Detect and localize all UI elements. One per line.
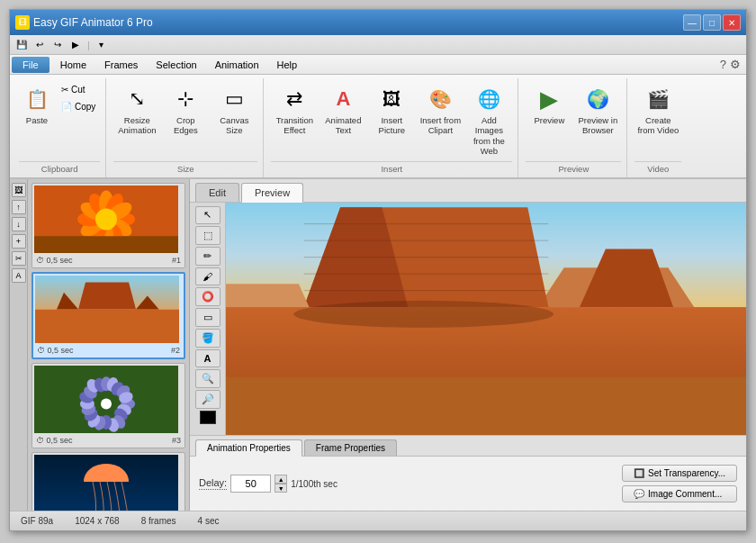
delay-up[interactable]: ▲ xyxy=(274,475,287,484)
tab-preview[interactable]: Preview xyxy=(241,183,303,203)
edit-tabs: Edit Preview xyxy=(190,179,746,203)
right-panel: Edit Preview ↖ ⬚ ✏ 🖌 ⭕ ▭ 🪣 A 🔍 🔎 xyxy=(190,179,746,511)
frame-info-3: ⏱ 0,5 sec #3 xyxy=(34,435,183,446)
title-controls: — □ ✕ xyxy=(683,14,741,31)
frame-tool-1[interactable]: 🖼 xyxy=(12,183,26,197)
frame-tool-4[interactable]: + xyxy=(12,234,26,249)
preview-browser-label: Preview in Browser xyxy=(577,115,618,136)
frame-canvas-4 xyxy=(34,455,178,511)
qa-undo-button[interactable]: ↩ xyxy=(32,37,48,53)
frame-tool-5[interactable]: ✂ xyxy=(12,251,26,266)
resize-button[interactable]: ⤡ Resize Animation xyxy=(113,80,160,139)
frame-canvas-1 xyxy=(34,186,178,253)
animated-text-button[interactable]: A Animated Text xyxy=(320,80,366,139)
image-comment-button[interactable]: 💬 Image Comment... xyxy=(622,485,737,502)
preview-buttons: ▶ Preview 🌍 Preview in Browser xyxy=(526,78,621,159)
copy-button[interactable]: 📄 Copy xyxy=(57,99,100,114)
tool-text[interactable]: A xyxy=(195,349,220,368)
paste-button[interactable]: 📋 Paste xyxy=(19,80,55,136)
close-button[interactable]: ✕ xyxy=(723,14,741,31)
insert-picture-icon: 🖼 xyxy=(377,85,406,113)
preview-browser-button[interactable]: 🌍 Preview in Browser xyxy=(574,80,621,139)
frame-number-3: #3 xyxy=(172,436,181,445)
insert-picture-button[interactable]: 🖼 Insert Picture xyxy=(368,80,415,139)
ribbon: 📋 Paste ✂ Cut 📄 Copy Clipboard xyxy=(10,75,746,179)
frame-item-4[interactable]: ⏱ 0,5 sec #4 xyxy=(32,452,185,511)
tab-edit[interactable]: Edit xyxy=(195,183,239,202)
properties-panel: Animation Properties Frame Properties De… xyxy=(190,435,746,511)
tool-lasso[interactable]: ⭕ xyxy=(195,287,220,306)
maximize-button[interactable]: □ xyxy=(703,14,721,31)
set-transparency-button[interactable]: 🔲 Set Transparency... xyxy=(622,465,737,482)
delay-down[interactable]: ▼ xyxy=(274,484,287,493)
minimize-button[interactable]: — xyxy=(683,14,701,31)
frame-tool-3[interactable]: ↓ xyxy=(12,217,26,231)
insert-label: Insert xyxy=(271,161,512,176)
preview-icon: ▶ xyxy=(535,85,563,113)
frame-tool-2[interactable]: ↑ xyxy=(12,200,26,214)
tool-zoom-out[interactable]: 🔎 xyxy=(195,390,220,409)
create-video-button[interactable]: 🎬 Create from Video xyxy=(634,80,681,139)
frames-area: 🖼 ↑ ↓ + ✂ A ⏱ 0,5 sec #1 xyxy=(10,179,189,511)
copy-label: Copy xyxy=(75,102,95,112)
color-swatch[interactable] xyxy=(200,411,216,425)
frame-item-1[interactable]: ⏱ 0,5 sec #1 xyxy=(32,183,185,268)
menu-selection[interactable]: Selection xyxy=(147,55,205,74)
menu-bar: File Home Frames Selection Animation Hel… xyxy=(10,55,746,75)
tool-zoom-in[interactable]: 🔍 xyxy=(195,369,220,388)
frame-number-1: #1 xyxy=(172,256,181,265)
menu-home[interactable]: Home xyxy=(51,55,95,74)
ribbon-group-preview: ▶ Preview 🌍 Preview in Browser Preview xyxy=(520,78,627,177)
status-duration: 4 sec xyxy=(194,516,223,526)
tool-pencil[interactable]: ✏ xyxy=(195,247,220,266)
tool-shape[interactable]: ▭ xyxy=(195,308,220,327)
preview-browser-icon: 🌍 xyxy=(583,85,612,113)
menu-animation[interactable]: Animation xyxy=(206,55,268,74)
qa-dropdown-button[interactable]: ▾ xyxy=(94,37,110,53)
ribbon-group-video: 🎬 Create from Video Video xyxy=(629,78,687,177)
canvas-button[interactable]: ▭ Canvas Size xyxy=(211,80,257,139)
preview-label-group: Preview xyxy=(526,161,621,176)
insert-buttons: ⇄ Transition Effect A Animated Text 🖼 In… xyxy=(271,78,512,159)
video-label: Video xyxy=(634,161,681,176)
crop-button[interactable]: ⊹ Crop Edges xyxy=(162,80,209,139)
preview-button[interactable]: ▶ Preview xyxy=(526,80,572,136)
clipboard-buttons: 📋 Paste ✂ Cut 📄 Copy xyxy=(19,78,100,159)
main-canvas xyxy=(226,203,746,435)
frames-toolbar: 🖼 ↑ ↓ + ✂ A xyxy=(10,179,28,511)
frame-time-1: ⏱ 0,5 sec xyxy=(36,256,73,265)
ribbon-group-clipboard: 📋 Paste ✂ Cut 📄 Copy Clipboard xyxy=(14,78,106,177)
paste-icon: 📋 xyxy=(22,85,51,113)
frame-item-2[interactable]: ⏱ 0,5 sec #2 xyxy=(32,272,185,359)
qa-redo-button[interactable]: ↪ xyxy=(50,37,66,53)
help-icon[interactable]: ? xyxy=(720,58,726,71)
qa-play-button[interactable]: ▶ xyxy=(68,37,84,53)
add-images-button[interactable]: 🌐 Add Images from the Web xyxy=(465,80,512,159)
crop-icon: ⊹ xyxy=(171,85,200,113)
tool-rect-select[interactable]: ⬚ xyxy=(195,226,220,245)
tool-fill[interactable]: 🪣 xyxy=(195,329,220,348)
ribbon-group-insert: ⇄ Transition Effect A Animated Text 🖼 In… xyxy=(266,78,518,177)
delay-input[interactable] xyxy=(230,475,271,493)
frame-item-3[interactable]: ⏱ 0,5 sec #3 xyxy=(32,363,185,448)
frame-canvas-2 xyxy=(35,276,179,343)
menu-frames[interactable]: Frames xyxy=(95,55,147,74)
settings-icon[interactable]: ⚙ xyxy=(730,58,741,71)
menu-file[interactable]: File xyxy=(12,57,50,73)
frame-number-2: #2 xyxy=(171,346,180,355)
menu-help[interactable]: Help xyxy=(268,55,307,74)
comment-label: Image Comment... xyxy=(648,489,722,499)
status-dimensions: 1024 x 768 xyxy=(71,516,123,526)
frame-tool-6[interactable]: A xyxy=(12,268,26,283)
tool-select[interactable]: ↖ xyxy=(195,206,220,225)
insert-clipart-button[interactable]: 🎨 Insert from Clipart xyxy=(417,80,464,139)
tool-brush[interactable]: 🖌 xyxy=(195,267,220,286)
delay-unit: 1/100th sec xyxy=(291,479,338,489)
tab-animation-properties[interactable]: Animation Properties xyxy=(195,439,302,457)
cut-button[interactable]: ✂ Cut xyxy=(57,82,100,97)
qa-save-button[interactable]: 💾 xyxy=(14,37,30,53)
tab-frame-properties[interactable]: Frame Properties xyxy=(304,439,397,456)
tools-sidebar: ↖ ⬚ ✏ 🖌 ⭕ ▭ 🪣 A 🔍 🔎 xyxy=(190,203,226,435)
canvas-scroll[interactable] xyxy=(226,203,746,435)
transition-button[interactable]: ⇄ Transition Effect xyxy=(271,80,318,139)
